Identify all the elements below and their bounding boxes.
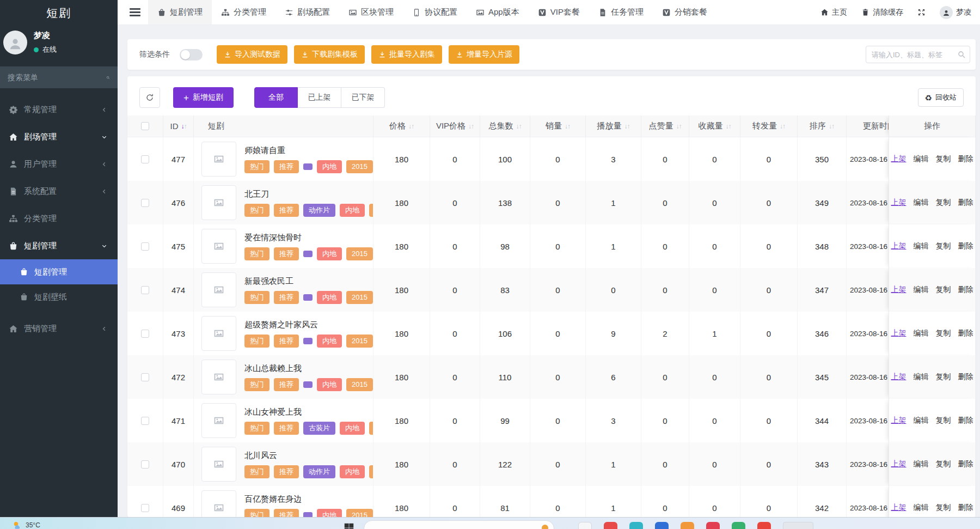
refresh-button[interactable]	[139, 87, 160, 108]
recycle-bin-button[interactable]: ♻ 回收站	[918, 88, 964, 107]
action-copy[interactable]: 复制	[936, 503, 951, 513]
topbar-tab-2[interactable]: 剧场配置	[275, 0, 339, 25]
action-copy[interactable]: 复制	[936, 329, 951, 338]
import-button-0[interactable]: 导入测试数据	[217, 45, 287, 64]
action-edit[interactable]: 编辑	[914, 154, 929, 164]
col-favorites[interactable]: 收藏量↓↑	[689, 115, 740, 137]
action-delete[interactable]: 删除	[958, 154, 973, 164]
row-checkbox[interactable]	[141, 460, 149, 469]
taskbar-app-0[interactable]	[578, 522, 592, 529]
menu-search-input[interactable]	[8, 73, 106, 82]
hamburger-icon[interactable]	[130, 8, 140, 16]
action-edit[interactable]: 编辑	[914, 329, 929, 338]
action-copy[interactable]: 复制	[936, 285, 951, 295]
row-checkbox[interactable]	[141, 199, 149, 207]
col-likes[interactable]: 点赞量↓↑	[641, 115, 689, 137]
col-sales[interactable]: 销量↓↑	[530, 115, 586, 137]
row-checkbox[interactable]	[141, 417, 149, 425]
import-button-1[interactable]: 下载剧集模板	[294, 45, 365, 64]
row-checkbox[interactable]	[141, 504, 149, 512]
action-publish[interactable]: 上架	[891, 329, 906, 338]
topbar-tab-8[interactable]: 分销套餐	[653, 0, 716, 25]
row-checkbox[interactable]	[141, 330, 149, 338]
taskbar-app-4[interactable]	[681, 522, 694, 529]
sidebar-subitem-0[interactable]: 短剧管理	[0, 259, 118, 284]
action-delete[interactable]: 删除	[958, 503, 973, 513]
col-price[interactable]: 价格↓↑	[373, 115, 430, 137]
topbar-tab-7[interactable]: 任务管理	[589, 0, 653, 25]
taskbar-search[interactable]	[364, 520, 554, 529]
search-icon[interactable]	[957, 50, 966, 59]
sidebar-item-1[interactable]: 剧场管理	[0, 123, 118, 150]
topbar-tab-4[interactable]: 协议配置	[403, 0, 467, 25]
topbar-tab-5[interactable]: App版本	[467, 0, 529, 25]
sort-icon[interactable]: ↓↑	[408, 123, 414, 130]
action-edit[interactable]: 编辑	[914, 198, 929, 208]
sort-icon[interactable]: ↓↑	[565, 123, 570, 130]
sidebar-item-3[interactable]: 系统配置	[0, 178, 118, 205]
taskbar-app-2[interactable]	[629, 522, 643, 529]
header-checkbox[interactable]	[141, 122, 149, 130]
sort-icon[interactable]: ↓↑	[181, 123, 187, 130]
action-edit[interactable]: 编辑	[914, 372, 929, 382]
status-tab-1[interactable]: 已上架	[298, 87, 341, 108]
action-edit[interactable]: 编辑	[914, 285, 929, 295]
action-delete[interactable]: 删除	[958, 241, 973, 251]
action-delete[interactable]: 删除	[958, 329, 973, 338]
action-publish[interactable]: 上架	[891, 241, 906, 251]
action-edit[interactable]: 编辑	[914, 241, 929, 251]
col-sort[interactable]: 排序↓↑	[798, 115, 847, 137]
topbar-tab-6[interactable]: VIP套餐	[529, 0, 589, 25]
sidebar-item-4[interactable]: 分类管理	[0, 205, 118, 232]
col-episodes[interactable]: 总集数↓↑	[480, 115, 530, 137]
action-copy[interactable]: 复制	[936, 198, 951, 208]
status-tab-2[interactable]: 已下架	[341, 87, 385, 108]
row-checkbox[interactable]	[141, 286, 149, 294]
sidebar-item-5[interactable]: 短剧管理	[0, 232, 118, 259]
taskbar-weather[interactable]: 35°C	[12, 520, 40, 529]
action-delete[interactable]: 删除	[958, 416, 973, 425]
action-publish[interactable]: 上架	[891, 416, 906, 425]
filter-toggle[interactable]	[180, 49, 203, 60]
action-edit[interactable]: 编辑	[914, 416, 929, 425]
sidebar-item-2[interactable]: 用户管理	[0, 150, 118, 178]
col-plays[interactable]: 播放量↓↑	[586, 115, 641, 137]
col-vip_price[interactable]: VIP价格↓↑	[430, 115, 480, 137]
sort-icon[interactable]: ↓↑	[726, 123, 731, 130]
row-checkbox[interactable]	[141, 373, 149, 381]
taskbar-app-3[interactable]	[655, 522, 669, 529]
topbar-tab-1[interactable]: 分类管理	[212, 0, 275, 25]
topbar-tab-0[interactable]: 短剧管理	[148, 0, 212, 25]
col-shares[interactable]: 转发量↓↑	[740, 115, 798, 137]
action-delete[interactable]: 删除	[958, 285, 973, 295]
sidebar-item-0[interactable]: 常规管理	[0, 96, 118, 123]
action-copy[interactable]: 复制	[936, 459, 951, 469]
action-delete[interactable]: 删除	[958, 459, 973, 469]
search-input[interactable]	[866, 46, 970, 63]
windows-start-icon[interactable]	[343, 522, 356, 529]
import-button-3[interactable]: 增量导入片源	[449, 45, 519, 64]
row-checkbox[interactable]	[141, 242, 149, 251]
action-copy[interactable]: 复制	[936, 372, 951, 382]
action-delete[interactable]: 删除	[958, 372, 973, 382]
action-delete[interactable]: 删除	[958, 198, 973, 208]
clear-cache-button[interactable]: 清除缓存	[861, 8, 903, 17]
taskbar-app-5[interactable]	[706, 522, 720, 529]
sort-icon[interactable]: ↓↑	[624, 123, 630, 130]
topbar-tab-3[interactable]: 区块管理	[339, 0, 403, 25]
fullscreen-button[interactable]	[917, 8, 926, 16]
home-link[interactable]: 主页	[820, 8, 847, 17]
status-tab-0[interactable]: 全部	[254, 87, 298, 108]
topbar-user[interactable]: 梦凌	[940, 6, 971, 19]
action-publish[interactable]: 上架	[891, 372, 906, 382]
import-button-2[interactable]: 批量导入剧集	[371, 45, 442, 64]
action-edit[interactable]: 编辑	[914, 459, 929, 469]
action-publish[interactable]: 上架	[891, 198, 906, 208]
sort-icon[interactable]: ↓↑	[829, 123, 834, 130]
col-id[interactable]: ID↓↑	[163, 115, 194, 137]
taskbar-app-1[interactable]	[604, 522, 617, 529]
action-publish[interactable]: 上架	[891, 285, 906, 295]
taskbar-app-6[interactable]	[732, 522, 745, 529]
action-edit[interactable]: 编辑	[914, 503, 929, 513]
sort-icon[interactable]: ↓↑	[516, 123, 522, 130]
